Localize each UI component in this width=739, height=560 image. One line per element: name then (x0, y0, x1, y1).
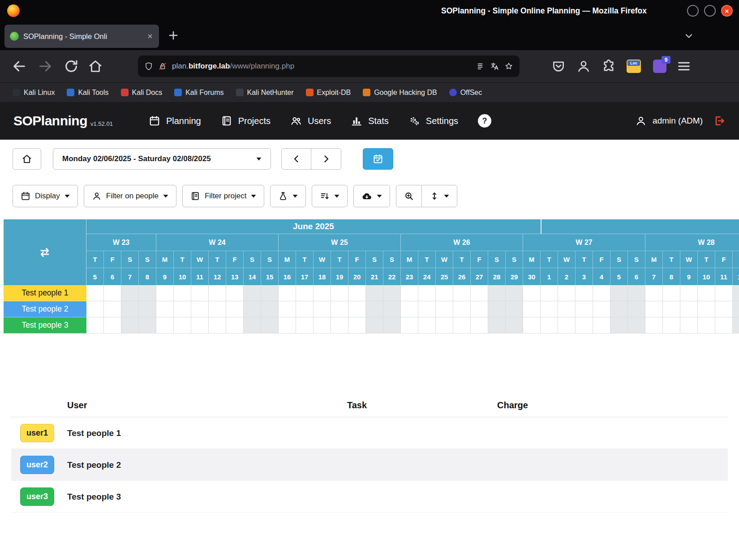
day-cell[interactable] (209, 301, 226, 317)
day-cell[interactable] (558, 317, 576, 333)
day-cell[interactable] (471, 317, 488, 333)
day-cell[interactable] (383, 301, 401, 317)
bookmark-kali-docs[interactable]: Kali Docs (121, 89, 163, 97)
day-cell[interactable] (401, 285, 418, 301)
day-cell[interactable] (174, 317, 191, 333)
day-cell[interactable] (366, 317, 383, 333)
week-header[interactable]: W 23 (86, 234, 156, 251)
day-cell[interactable] (506, 285, 523, 301)
zoom-button[interactable] (396, 185, 422, 207)
day-cell[interactable] (156, 317, 174, 333)
day-cell[interactable] (191, 301, 209, 317)
user-badge[interactable]: user1 (20, 424, 54, 442)
day-cell[interactable] (715, 317, 733, 333)
day-cell[interactable] (401, 317, 418, 333)
day-cell[interactable] (139, 285, 156, 301)
account-icon[interactable] (576, 59, 591, 74)
day-cell[interactable] (576, 285, 593, 301)
day-cell[interactable] (506, 301, 523, 317)
day-cell[interactable] (628, 317, 645, 333)
reader-mode-icon[interactable] (476, 62, 485, 71)
close-button[interactable]: × (721, 5, 733, 17)
help-button[interactable]: ? (478, 114, 491, 128)
day-cell[interactable] (296, 285, 314, 301)
nav-stats[interactable]: Stats (351, 115, 389, 127)
browser-home-button[interactable] (88, 59, 103, 74)
assignment-row[interactable]: user1Test people 1 (11, 417, 728, 449)
day-cell[interactable] (610, 301, 628, 317)
filter-project-dropdown[interactable]: Filter project (182, 185, 265, 207)
day-cell[interactable] (121, 285, 139, 301)
day-cell[interactable] (139, 301, 156, 317)
day-cell[interactable] (645, 317, 663, 333)
week-header[interactable]: W 25 (279, 234, 401, 251)
day-cell[interactable] (104, 301, 121, 317)
day-cell[interactable] (506, 317, 523, 333)
tab-list-button[interactable] (683, 30, 694, 41)
day-cell[interactable] (593, 317, 610, 333)
day-cell[interactable] (191, 317, 209, 333)
day-cell[interactable] (698, 317, 715, 333)
day-cell[interactable] (121, 317, 139, 333)
app-brand[interactable]: SOPlanning (13, 113, 87, 128)
day-cell[interactable] (226, 317, 244, 333)
day-cell[interactable] (209, 285, 226, 301)
day-cell[interactable] (279, 301, 296, 317)
day-cell[interactable] (715, 301, 733, 317)
day-cell[interactable] (453, 317, 471, 333)
menu-button[interactable] (676, 59, 692, 74)
bookmark-google-hacking-db[interactable]: Google Hacking DB (363, 89, 437, 97)
forward-button[interactable] (38, 59, 53, 74)
day-cell[interactable] (558, 301, 576, 317)
tracking-protection-shield-icon[interactable] (144, 62, 153, 71)
day-cell[interactable] (628, 285, 645, 301)
day-cell[interactable] (348, 285, 366, 301)
day-cell[interactable] (680, 285, 698, 301)
user-badge[interactable]: user2 (20, 456, 54, 474)
person-row-label[interactable]: Test people 3 (4, 317, 86, 333)
browser-tab[interactable]: SOPlanning - Simple Onli (4, 25, 159, 48)
day-cell[interactable] (331, 301, 348, 317)
day-cell[interactable] (541, 317, 558, 333)
nav-users[interactable]: Users (290, 115, 331, 127)
person-row-label[interactable]: Test people 2 (4, 301, 86, 317)
tab-close-icon[interactable] (146, 33, 154, 40)
day-cell[interactable] (715, 285, 733, 301)
day-cell[interactable] (436, 317, 453, 333)
bookmark-kali-tools[interactable]: Kali Tools (67, 89, 108, 97)
user-badge[interactable]: user3 (20, 487, 54, 506)
day-cell[interactable] (104, 285, 121, 301)
insecure-lock-icon[interactable] (158, 62, 167, 71)
day-cell[interactable] (244, 317, 261, 333)
day-cell[interactable] (523, 301, 541, 317)
week-header[interactable]: W 27 (523, 234, 645, 251)
day-cell[interactable] (226, 285, 244, 301)
day-cell[interactable] (488, 285, 506, 301)
minimize-button[interactable] (687, 5, 699, 17)
day-cell[interactable] (226, 301, 244, 317)
assignment-row[interactable]: user2Test people 2 (11, 449, 728, 481)
day-cell[interactable] (314, 301, 331, 317)
nav-settings[interactable]: Settings (408, 115, 458, 127)
bookmark-kali-nethunter[interactable]: Kali NetHunter (236, 89, 294, 97)
day-cell[interactable] (279, 285, 296, 301)
day-cell[interactable] (121, 301, 139, 317)
day-cell[interactable] (86, 317, 104, 333)
day-cell[interactable] (436, 301, 453, 317)
pocket-icon[interactable] (551, 59, 566, 74)
next-period-button[interactable] (311, 148, 341, 170)
week-header[interactable]: W 28 (645, 234, 739, 251)
day-cell[interactable] (663, 285, 680, 301)
extensions-icon[interactable] (601, 59, 616, 74)
day-cell[interactable] (209, 317, 226, 333)
export-dropdown[interactable] (353, 185, 390, 207)
day-cell[interactable] (733, 285, 739, 301)
day-cell[interactable] (418, 317, 436, 333)
day-cell[interactable] (628, 301, 645, 317)
address-bar[interactable]: plan.bitforge.lab/www/planning.php (138, 56, 520, 77)
day-cell[interactable] (401, 301, 418, 317)
assignment-row[interactable]: user3Test people 3 (11, 481, 728, 513)
day-cell[interactable] (436, 285, 453, 301)
day-cell[interactable] (331, 285, 348, 301)
previous-period-button[interactable] (281, 148, 311, 170)
